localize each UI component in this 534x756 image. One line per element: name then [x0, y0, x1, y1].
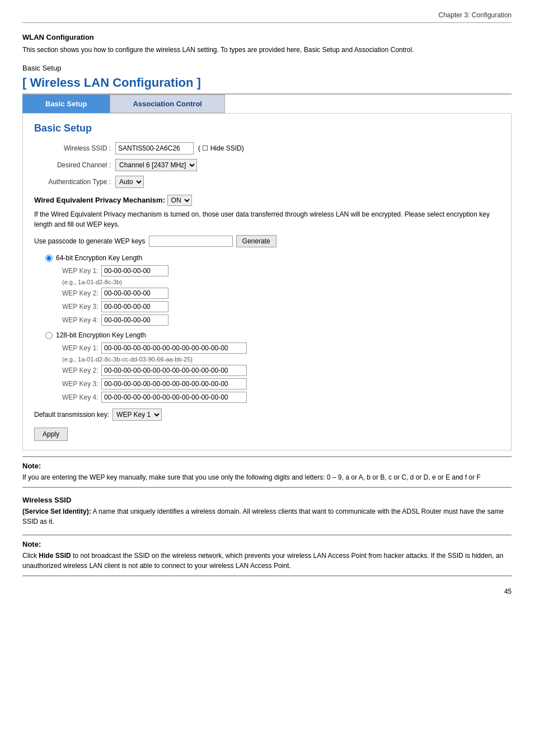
auth-type-row: Authentication Type : Auto — [34, 176, 500, 188]
tab-bar: Basic Setup Association Control — [22, 95, 512, 113]
wep-title: Wired Equivalent Privacy Mechanism: ON — [34, 195, 500, 206]
glossary-text: (Service Set Identity): A name that uniq… — [22, 506, 512, 527]
desired-channel-label: Desired Channel : — [34, 161, 115, 169]
wep64-key3-label: WEP Key 3: — [62, 303, 101, 311]
tab-basic-setup[interactable]: Basic Setup — [22, 95, 110, 113]
wep64-key4-input[interactable] — [101, 314, 168, 326]
wep128-key3-label: WEP Key 3: — [62, 380, 101, 388]
apply-button[interactable]: Apply — [34, 428, 68, 441]
wep128-key2-label: WEP Key 2: — [62, 367, 101, 374]
chapter-header: Chapter 3: Configuration — [22, 11, 512, 23]
wep128-key3-input[interactable] — [101, 378, 247, 389]
wlan-desc: This section shows you how to configure … — [22, 45, 512, 55]
note1-title: Note: — [22, 462, 512, 470]
note1-box: Note: If you are entering the WEP key ma… — [22, 456, 512, 488]
wep64-key2-row: WEP Key 2: — [62, 288, 500, 299]
tab-association-control[interactable]: Association Control — [110, 95, 225, 113]
wep64-key1-row: WEP Key 1: — [62, 265, 500, 276]
wireless-ssid-label: Wireless SSID : — [34, 144, 115, 152]
form-section-title: Basic Setup — [34, 123, 500, 134]
enc64-radio[interactable] — [45, 255, 53, 262]
enc128-radio-row: 128-bit Encryption Key Length — [45, 331, 500, 339]
wireless-ssid-input[interactable] — [115, 142, 194, 154]
generate-button[interactable]: Generate — [236, 235, 277, 247]
content-area: Basic Setup Wireless SSID : ( ☐ Hide SSI… — [22, 113, 512, 450]
default-tx-row: Default transmission key: WEP Key 1 — [34, 408, 500, 421]
wep64-key1-input[interactable] — [101, 265, 168, 276]
enc128-label: 128-bit Encryption Key Length — [56, 331, 146, 339]
glossary-section: Wireless SSID (Service Set Identity): A … — [22, 496, 512, 527]
enc64-section: 64-bit Encryption Key Length WEP Key 1: … — [45, 254, 500, 326]
glossary-bold: (Service Set Identity): — [22, 508, 91, 515]
passcode-row: Use passcode to generate WEP keys Genera… — [34, 235, 500, 247]
glossary-title: Wireless SSID — [22, 496, 512, 504]
wep64-key1-label: WEP Key 1: — [62, 267, 101, 275]
passcode-label: Use passcode to generate WEP keys — [34, 237, 146, 245]
wep64-key2-input[interactable] — [101, 288, 168, 299]
wep128-key3-row: WEP Key 3: — [62, 378, 500, 389]
basic-setup-pre-label: Basic Setup — [22, 64, 512, 72]
page-number: 45 — [22, 588, 512, 595]
passcode-input[interactable] — [149, 236, 233, 247]
wep64-key3-input[interactable] — [101, 301, 168, 312]
enc64-label: 64-bit Encryption Key Length — [56, 254, 142, 262]
wep-desc: If the Wired Equivalent Privacy mechanis… — [34, 209, 500, 229]
default-tx-label: Default transmission key: — [34, 411, 109, 419]
note2-title: Note: — [22, 540, 512, 548]
auth-type-select[interactable]: Auto — [115, 176, 144, 188]
wireless-ssid-row: Wireless SSID : ( ☐ Hide SSID) — [34, 142, 500, 154]
note2-text: Click Hide SSID to not broadcast the SSI… — [22, 551, 512, 571]
hide-ssid-label: ( ☐ Hide SSID) — [198, 144, 244, 152]
wep128-key2-input[interactable] — [101, 365, 247, 376]
auth-type-label: Authentication Type : — [34, 178, 115, 186]
default-tx-select[interactable]: WEP Key 1 — [113, 408, 162, 421]
enc128-section: 128-bit Encryption Key Length WEP Key 1:… — [45, 331, 500, 403]
wlan-title: WLAN Configuration — [22, 33, 512, 41]
wep64-key4-row: WEP Key 4: — [62, 314, 500, 326]
glossary-body: A name that uniquely identifies a wirele… — [22, 508, 504, 525]
note2-box: Note: Click Hide SSID to not broadcast t… — [22, 534, 512, 576]
wep128-key1-label: WEP Key 1: — [62, 344, 101, 352]
wireless-lan-title: [ Wireless LAN Configuration ] — [22, 76, 512, 95]
enc64-radio-row: 64-bit Encryption Key Length — [45, 254, 500, 262]
wep128-key4-input[interactable] — [101, 392, 247, 403]
wep-on-select[interactable]: ON — [167, 195, 192, 206]
desired-channel-select[interactable]: Channel 6 [2437 MHz] — [115, 159, 197, 171]
wep64-key3-row: WEP Key 3: — [62, 301, 500, 312]
wep128-example: (e.g., 1a-01-d2-8c-3b-cc-dd-03-90-66-aa-… — [62, 356, 500, 363]
wep128-key1-input[interactable] — [101, 342, 247, 354]
note1-text: If you are entering the WEP key manually… — [22, 472, 512, 482]
wep128-key2-row: WEP Key 2: — [62, 365, 500, 376]
wep128-key1-row: WEP Key 1: — [62, 342, 500, 354]
chapter-title: Chapter 3: Configuration — [438, 11, 512, 19]
wep128-key4-row: WEP Key 4: — [62, 392, 500, 403]
enc128-radio[interactable] — [45, 332, 53, 339]
wep64-example: (e.g., 1a-01-d2-8c-3b) — [62, 279, 500, 285]
wep128-key4-label: WEP Key 4: — [62, 393, 101, 401]
wep64-key2-label: WEP Key 2: — [62, 289, 101, 297]
wep64-key4-label: WEP Key 4: — [62, 316, 101, 324]
desired-channel-row: Desired Channel : Channel 6 [2437 MHz] — [34, 159, 500, 171]
